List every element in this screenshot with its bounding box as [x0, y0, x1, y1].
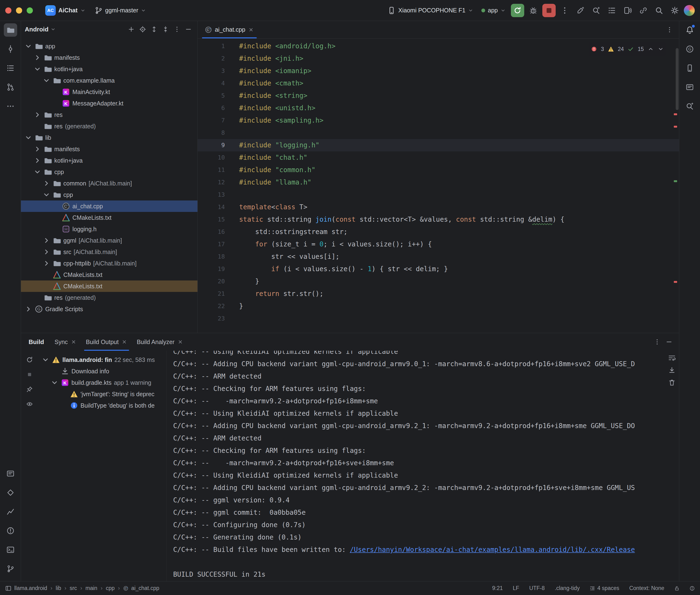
console-file-link[interactable]: /Users/hanyin/Workspace/ai-chat/examples… — [350, 546, 635, 554]
running-devices-tool-button[interactable] — [683, 81, 696, 94]
project-tree-item[interactable]: res (generated) — [21, 292, 197, 303]
device-manager-tool-button[interactable] — [683, 61, 696, 75]
more-run-actions-button[interactable] — [558, 4, 571, 17]
chevron-down-icon[interactable] — [24, 42, 32, 50]
tab-sync[interactable]: Sync — [50, 333, 81, 351]
expand-all-button[interactable] — [149, 24, 159, 34]
editor-scrollbar[interactable] — [676, 48, 678, 110]
show-output-button[interactable] — [24, 398, 35, 410]
previous-issue-icon[interactable] — [648, 46, 654, 52]
project-tree-item[interactable]: res (generated) — [21, 120, 197, 132]
close-window-button[interactable] — [5, 7, 11, 13]
project-tree-item[interactable]: kotlin+java — [21, 155, 197, 166]
code-line[interactable]: 15static std::string join(const std::vec… — [198, 213, 679, 226]
debug-button[interactable] — [527, 4, 540, 17]
close-tab-icon[interactable] — [248, 27, 254, 33]
link-button[interactable] — [637, 4, 650, 17]
device-mirror-button[interactable] — [621, 4, 634, 17]
todo-list-button[interactable] — [605, 4, 619, 17]
chevron-right-icon[interactable] — [43, 248, 51, 256]
chevron-right-icon[interactable] — [24, 305, 32, 313]
tab-build-output[interactable]: Build Output — [81, 333, 132, 351]
code-line[interactable]: 14template<class T> — [198, 201, 679, 213]
chevron-down-icon[interactable] — [51, 378, 59, 387]
version-control-tool-button[interactable] — [4, 562, 17, 575]
pin-button[interactable] — [24, 384, 35, 395]
editor-tab[interactable]: C++ ai_chat.cpp — [200, 21, 259, 38]
locate-file-button[interactable] — [137, 24, 148, 34]
code-line[interactable]: 5#include <string> — [198, 89, 679, 102]
more-tools-button[interactable] — [4, 100, 17, 113]
project-tree-item[interactable]: manifests — [21, 52, 197, 63]
change-stripe-mark[interactable] — [674, 180, 677, 182]
project-tree-item[interactable]: CMakeLists.txt — [21, 269, 197, 281]
build-tree-item[interactable]: Kbuild.gradle.kts app 1 warning — [38, 377, 166, 388]
project-tree-item[interactable]: cpp — [21, 166, 197, 178]
project-tree-item[interactable]: CMakeLists.txt — [21, 281, 197, 292]
minimize-window-button[interactable] — [16, 7, 22, 13]
breadcrumb-item[interactable]: cpp — [106, 585, 115, 591]
project-widget[interactable]: AC AiChat — [43, 4, 88, 17]
code-line[interactable]: 10#include "chat.h" — [198, 151, 679, 164]
chevron-right-icon[interactable] — [43, 236, 51, 245]
profiler-tool-button[interactable] — [4, 505, 17, 518]
error-stripe-mark[interactable] — [674, 126, 677, 128]
collapse-all-button[interactable] — [160, 24, 171, 34]
project-tree-item[interactable]: src [AiChat.lib.main] — [21, 246, 197, 258]
project-tree-item[interactable]: KMainActivity.kt — [21, 86, 197, 97]
close-tab-icon[interactable] — [71, 339, 77, 345]
chevron-right-icon[interactable] — [43, 259, 51, 267]
run-button[interactable] — [511, 4, 524, 17]
project-tree-item[interactable]: KMessageAdapter.kt — [21, 97, 197, 109]
project-tree-item[interactable]: res — [21, 109, 197, 120]
build-tree-item[interactable]: BuildType 'debug' is both de — [38, 400, 166, 411]
tool-window-layout-icon[interactable] — [5, 585, 11, 591]
breadcrumb-item[interactable]: ai_chat.cpp — [131, 585, 159, 591]
chevron-right-icon[interactable] — [33, 54, 41, 62]
assistant-tool-button[interactable] — [683, 100, 696, 113]
code-line[interactable]: 3#include <iomanip> — [198, 65, 679, 77]
stop-button[interactable] — [542, 4, 556, 17]
project-tree-item[interactable]: lib — [21, 132, 197, 143]
ai-edit-button[interactable] — [574, 4, 587, 17]
code-line[interactable]: 11#include "common.h" — [198, 164, 679, 176]
build-tree-item[interactable]: 'jvmTarget': String' is deprec — [38, 388, 166, 400]
code-line[interactable]: 16 std::ostringstream str; — [198, 226, 679, 238]
hide-build-panel-button[interactable] — [664, 337, 674, 347]
inspections-widget[interactable]: 3 24 15 — [589, 42, 666, 56]
project-tree-item[interactable]: com.example.llama — [21, 75, 197, 86]
chevron-down-icon[interactable] — [24, 134, 32, 142]
project-tree-item[interactable]: cpp — [21, 189, 197, 200]
terminal-tool-button[interactable] — [4, 543, 17, 557]
chevron-right-icon[interactable] — [33, 157, 41, 165]
project-tree-item[interactable]: Hlogging.h — [21, 223, 197, 235]
indicator-icon[interactable] — [690, 586, 695, 591]
chevron-right-icon[interactable] — [43, 179, 51, 188]
encoding-widget[interactable]: UTF-8 — [529, 585, 545, 591]
chevron-down-icon[interactable] — [43, 191, 51, 199]
scroll-to-end-icon[interactable] — [668, 366, 676, 374]
restart-build-button[interactable] — [24, 354, 35, 366]
profile-avatar[interactable] — [684, 5, 695, 16]
clang-tidy-widget[interactable]: .clang-tidy — [555, 585, 580, 591]
logcat-tool-button[interactable] — [4, 467, 17, 480]
breadcrumb-item[interactable]: lib — [56, 585, 61, 591]
code-line[interactable]: 9#include "logging.h" — [198, 139, 679, 151]
chevron-down-icon[interactable] — [41, 356, 50, 364]
breadcrumb-item[interactable]: src — [69, 585, 77, 591]
problems-tool-button[interactable] — [4, 524, 17, 537]
ai-search-button[interactable] — [589, 4, 603, 17]
project-tool-button[interactable] — [4, 23, 17, 37]
build-panel-options-button[interactable] — [652, 337, 662, 347]
close-tab-icon[interactable] — [121, 339, 127, 345]
settings-button[interactable] — [668, 4, 681, 17]
lock-icon[interactable] — [674, 586, 679, 591]
notifications-button[interactable] — [683, 23, 696, 37]
structure-tool-button[interactable] — [4, 61, 17, 75]
error-stripe-mark[interactable] — [674, 113, 677, 115]
editor-options-button[interactable] — [664, 25, 675, 35]
run-configuration-selector[interactable]: app — [478, 5, 508, 15]
app-inspection-tool-button[interactable] — [4, 486, 17, 499]
build-tree-item[interactable]: llama.android: fin 22 sec, 583 ms — [38, 354, 166, 366]
build-console[interactable]: C/C++: -- Using KleidiAI optimized kerne… — [166, 351, 679, 581]
